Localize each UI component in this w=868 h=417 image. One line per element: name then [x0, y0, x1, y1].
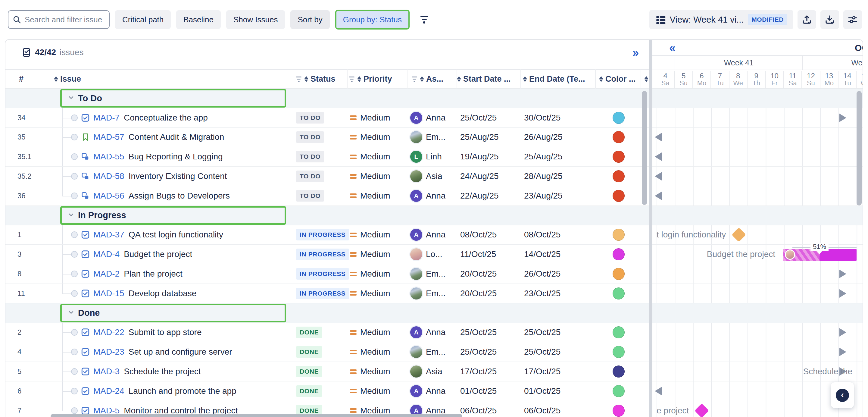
dependency-handle[interactable]: [71, 115, 78, 121]
issue-key-link[interactable]: MAD-37: [93, 230, 124, 240]
avatar[interactable]: A: [410, 326, 422, 338]
color-dot[interactable]: [613, 288, 625, 299]
dependency-handle[interactable]: [71, 231, 78, 238]
avatar[interactable]: [410, 131, 422, 143]
milestone-diamond[interactable]: [732, 228, 746, 242]
expand-gantt-icon[interactable]: «: [669, 41, 675, 55]
dependency-handle[interactable]: [71, 349, 78, 355]
issue-key-link[interactable]: MAD-3: [93, 367, 120, 376]
issue-key-link[interactable]: MAD-55: [93, 152, 124, 161]
color-dot[interactable]: [613, 229, 625, 241]
color-dot[interactable]: [613, 346, 625, 358]
dependency-handle[interactable]: [71, 153, 78, 160]
avatar[interactable]: A: [410, 112, 422, 124]
status-badge[interactable]: DONE: [296, 366, 322, 377]
bar-offscreen-left-icon[interactable]: [655, 152, 662, 161]
status-badge[interactable]: IN PROGRESS: [296, 288, 349, 299]
status-badge[interactable]: TO DO: [296, 112, 324, 123]
color-dot[interactable]: [613, 268, 625, 280]
table-row[interactable]: 35.1MAD-55Bug Reporting & LoggingTO DOMe…: [5, 147, 649, 167]
column-header-extra[interactable]: [645, 70, 648, 88]
bar-offscreen-right-icon[interactable]: [839, 348, 846, 356]
avatar[interactable]: [410, 288, 422, 299]
color-dot[interactable]: [613, 248, 625, 260]
issue-key-link[interactable]: MAD-2: [93, 269, 120, 279]
avatar[interactable]: [410, 170, 422, 182]
dependency-handle[interactable]: [71, 271, 78, 277]
column-header-priority[interactable]: Priority: [349, 70, 392, 88]
avatar[interactable]: L: [410, 151, 422, 163]
status-badge[interactable]: IN PROGRESS: [296, 229, 349, 240]
color-dot[interactable]: [613, 385, 625, 397]
group-header-row[interactable]: In Progress: [5, 206, 649, 226]
panel-splitter[interactable]: [649, 40, 652, 417]
avatar[interactable]: [410, 248, 422, 260]
status-badge[interactable]: TO DO: [296, 151, 324, 162]
column-header-start[interactable]: Start Date ...: [457, 70, 511, 88]
group-header-row[interactable]: Done: [5, 303, 649, 323]
color-dot[interactable]: [613, 112, 625, 124]
bar-offscreen-right-icon[interactable]: [839, 270, 846, 278]
table-row[interactable]: 35.2MAD-58Inventory Existing ContentTO D…: [5, 167, 649, 186]
status-badge[interactable]: IN PROGRESS: [296, 268, 349, 279]
table-horizontal-scrollbar[interactable]: [51, 414, 462, 417]
group-header-row[interactable]: To Do: [5, 89, 649, 108]
filter-button[interactable]: [415, 10, 434, 29]
bar-offscreen-right-icon[interactable]: [839, 114, 846, 122]
dependency-handle[interactable]: [71, 388, 78, 394]
issue-key-link[interactable]: MAD-15: [93, 289, 124, 298]
issue-key-link[interactable]: MAD-7: [93, 113, 120, 123]
chevron-down-icon[interactable]: [68, 213, 74, 218]
dependency-handle[interactable]: [71, 251, 78, 258]
download-button[interactable]: [820, 10, 839, 29]
avatar[interactable]: A: [410, 229, 422, 241]
issue-key-link[interactable]: MAD-23: [93, 347, 124, 357]
table-row[interactable]: 1MAD-37QA test login functionalityIN PRO…: [5, 226, 649, 245]
bar-offscreen-left-icon[interactable]: [655, 172, 662, 180]
dependency-handle[interactable]: [71, 407, 78, 414]
milestone-diamond[interactable]: [694, 404, 709, 417]
gantt-vertical-scrollbar[interactable]: [857, 91, 862, 206]
avatar[interactable]: A: [410, 190, 422, 202]
search-input[interactable]: [24, 15, 105, 25]
table-row[interactable]: 5MAD-3Schedule the projectDONEMediumAsia…: [5, 362, 649, 382]
gantt-task-bar[interactable]: [783, 249, 857, 261]
avatar[interactable]: A: [410, 385, 422, 397]
table-row[interactable]: 36MAD-56Assign Bugs to DevelopersTO DOMe…: [5, 186, 649, 206]
dependency-handle[interactable]: [71, 192, 78, 199]
group-by-button[interactable]: Group by: Status: [336, 11, 408, 28]
status-badge[interactable]: TO DO: [296, 190, 324, 202]
table-vertical-scrollbar[interactable]: [642, 91, 647, 205]
issue-key-link[interactable]: MAD-56: [93, 191, 124, 201]
dependency-handle[interactable]: [71, 134, 78, 141]
toolbar-button-show-issues[interactable]: Show Issues: [226, 10, 285, 29]
status-badge[interactable]: TO DO: [296, 131, 324, 143]
color-dot[interactable]: [613, 365, 625, 378]
dependency-handle[interactable]: [71, 368, 78, 375]
issue-key-link[interactable]: MAD-57: [93, 132, 124, 142]
bar-offscreen-left-icon[interactable]: [655, 133, 662, 141]
dependency-handle[interactable]: [71, 329, 78, 336]
status-badge[interactable]: TO DO: [296, 171, 324, 182]
table-row[interactable]: 35MAD-57Content Audit & MigrationTO DOMe…: [5, 128, 649, 147]
bar-offscreen-right-icon[interactable]: [839, 289, 846, 298]
color-dot[interactable]: [613, 131, 625, 143]
avatar[interactable]: [410, 268, 422, 280]
column-header-status[interactable]: Status: [296, 70, 336, 88]
color-dot[interactable]: [613, 405, 625, 417]
column-header-color[interactable]: Color ...: [599, 70, 636, 88]
status-badge[interactable]: IN PROGRESS: [296, 248, 349, 260]
issue-key-link[interactable]: MAD-22: [93, 328, 124, 337]
issue-key-link[interactable]: MAD-24: [93, 386, 124, 396]
toolbar-button-baseline[interactable]: Baseline: [176, 10, 221, 29]
toolbar-button-critical-path[interactable]: Critical path: [115, 10, 171, 29]
color-dot[interactable]: [613, 190, 625, 202]
bar-offscreen-left-icon[interactable]: [655, 387, 662, 395]
toolbar-button-sort-by[interactable]: Sort by: [290, 10, 330, 29]
table-row[interactable]: 34MAD-7Conceptualize the appTO DOMediumA…: [5, 108, 649, 128]
search-box[interactable]: [8, 10, 110, 29]
settings-button[interactable]: [843, 10, 862, 29]
table-row[interactable]: 2MAD-22Submit to app storeDONEMediumAAnn…: [5, 323, 649, 342]
table-row[interactable]: 11MAD-15Develop databaseIN PROGRESSMediu…: [5, 284, 649, 303]
column-header-issue[interactable]: Issue: [54, 70, 81, 88]
